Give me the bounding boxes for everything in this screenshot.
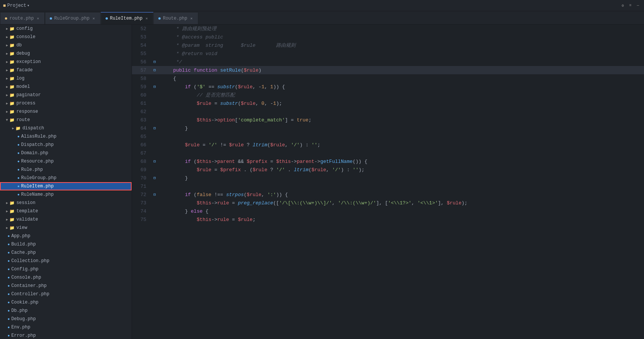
code-content[interactable]: * @param string $rule 路由规则 xyxy=(158,41,644,49)
code-content[interactable]: public function setRule($rule) xyxy=(158,66,644,74)
code-content[interactable]: * @access public xyxy=(158,33,644,41)
sidebar-item-view[interactable]: ▶ 📁 view xyxy=(0,224,132,232)
sidebar-item-db2[interactable]: ● Db.php xyxy=(0,307,132,315)
sidebar-item-rulegroup-file[interactable]: ● RuleGroup.php xyxy=(0,174,132,182)
sidebar-item-db[interactable]: ▶ 📁 db xyxy=(0,41,132,49)
code-content[interactable]: $this->option['complete_match'] = true; xyxy=(158,116,644,124)
code-content[interactable]: $rule = '/' != $rule ? ltrim($rule, '/')… xyxy=(158,141,644,149)
code-content[interactable]: // 是否完整匹配 xyxy=(158,91,644,99)
sidebar-item-paginator[interactable]: ▶ 📁 paginator xyxy=(0,91,132,99)
code-content[interactable]: $this->rule = $rule; xyxy=(158,215,644,224)
code-content[interactable]: if (false !== strpos($rule, ':')) { xyxy=(158,190,644,199)
code-content[interactable]: } else { xyxy=(158,207,644,215)
sidebar-item-dispatch2[interactable]: ● Dispatch.php xyxy=(0,141,132,149)
code-content[interactable]: } xyxy=(158,124,644,132)
sidebar-item-controller[interactable]: ● Controller.php xyxy=(0,290,132,298)
gutter[interactable]: ⊟ xyxy=(151,124,158,132)
gutter[interactable]: ⊟ xyxy=(151,66,158,74)
code-content[interactable]: { xyxy=(158,74,644,83)
code-content[interactable]: $this->rule = preg_replace(['/\[\\:(\\w+… xyxy=(158,199,644,207)
fold-icon[interactable]: ⊟ xyxy=(153,160,156,164)
code-content[interactable]: $rule = $prefix . ($rule ? '/' . ltrim($… xyxy=(158,166,644,174)
minimize-btn[interactable]: — xyxy=(635,3,641,9)
sidebar-item-session[interactable]: ▶ 📁 session xyxy=(0,199,132,207)
gutter[interactable]: ⊟ xyxy=(151,58,158,66)
tab-rulegroup[interactable]: RuleGroup.php ✕ xyxy=(45,12,101,24)
code-content[interactable] xyxy=(158,107,644,116)
gutter[interactable] xyxy=(151,132,158,141)
sidebar-item-dispatch[interactable]: ▶ 📁 dispatch xyxy=(0,124,132,132)
gutter[interactable] xyxy=(151,33,158,41)
gutter[interactable] xyxy=(151,74,158,83)
gutter[interactable] xyxy=(151,166,158,174)
sidebar-item-rule[interactable]: ● Rule.php xyxy=(0,166,132,174)
sidebar-item-error[interactable]: ● Error.php xyxy=(0,331,132,339)
gutter[interactable] xyxy=(151,141,158,149)
sidebar-item-console[interactable]: ▶ 📁 console xyxy=(0,33,132,41)
sidebar-item-container[interactable]: ● Container.php xyxy=(0,282,132,290)
sidebar-item-console2[interactable]: ● Console.php xyxy=(0,273,132,282)
gutter[interactable] xyxy=(151,41,158,49)
code-content[interactable]: * 路由规则预处理 xyxy=(158,25,644,33)
sidebar-item-cookie[interactable]: ● Cookie.php xyxy=(0,298,132,307)
code-content[interactable]: if ($this->parent && $prefix = $this->pa… xyxy=(158,157,644,166)
sidebar-item-config[interactable]: ▶ 📁 config xyxy=(0,25,132,33)
sidebar-item-ruleitem-file[interactable]: ● RuleItem.php xyxy=(0,182,132,190)
sidebar-item-cache[interactable]: ● Cache.php xyxy=(0,248,132,257)
code-content[interactable] xyxy=(158,182,644,190)
sidebar-item-response[interactable]: ▶ 📁 response xyxy=(0,107,132,116)
gutter[interactable] xyxy=(151,107,158,116)
fold-icon[interactable]: ⊟ xyxy=(153,176,156,180)
gutter[interactable]: ⊟ xyxy=(151,83,158,91)
tab-route[interactable]: route.php ✕ xyxy=(0,12,45,24)
sidebar-item-rulename[interactable]: ● RuleName.php xyxy=(0,190,132,199)
gutter[interactable]: ⊟ xyxy=(151,157,158,166)
gutter[interactable] xyxy=(151,149,158,157)
gutter[interactable] xyxy=(151,215,158,224)
gutter[interactable] xyxy=(151,116,158,124)
tab-close-ruleitem[interactable]: ✕ xyxy=(145,16,149,21)
sidebar-item-debug2[interactable]: ● Debug.php xyxy=(0,315,132,323)
code-content[interactable] xyxy=(158,132,644,141)
fold-icon[interactable]: ⊟ xyxy=(153,126,156,130)
gutter[interactable] xyxy=(151,25,158,33)
sidebar-item-env[interactable]: ● Env.php xyxy=(0,323,132,331)
tab-route2[interactable]: Route.php ✕ xyxy=(153,12,198,24)
sidebar-item-app[interactable]: ● App.php xyxy=(0,232,132,240)
code-editor[interactable]: 52 * 路由规则预处理 53 * @access public 54 * @p… xyxy=(132,25,644,339)
fold-icon[interactable]: ⊟ xyxy=(153,68,156,72)
code-content[interactable]: * @return void xyxy=(158,49,644,58)
sidebar-item-model[interactable]: ▶ 📁 model xyxy=(0,83,132,91)
gutter[interactable] xyxy=(151,91,158,99)
sidebar-item-debug[interactable]: ▶ 📁 debug xyxy=(0,49,132,58)
sidebar-item-aliasrule[interactable]: ● AliasRule.php xyxy=(0,132,132,141)
menu-btn[interactable]: ≡ xyxy=(627,3,633,9)
gutter[interactable] xyxy=(151,99,158,107)
sidebar-item-config2[interactable]: ● Config.php xyxy=(0,265,132,273)
title-dropdown-icon[interactable]: ▾ xyxy=(27,3,30,8)
tab-close-rulegroup[interactable]: ✕ xyxy=(92,16,95,21)
code-content[interactable]: if ('$' == substr($rule, -1, 1)) { xyxy=(158,83,644,91)
gutter[interactable] xyxy=(151,49,158,58)
sidebar-item-process[interactable]: ▶ 📁 process xyxy=(0,99,132,107)
sidebar-item-collection[interactable]: ● Collection.php xyxy=(0,257,132,265)
sidebar-item-template[interactable]: ▶ 📁 template xyxy=(0,207,132,215)
fold-icon[interactable]: ⊟ xyxy=(153,85,156,89)
settings-btn[interactable]: ⚙ xyxy=(620,3,626,9)
gutter[interactable]: ⊟ xyxy=(151,174,158,182)
gutter[interactable] xyxy=(151,182,158,190)
gutter[interactable] xyxy=(151,199,158,207)
code-content[interactable] xyxy=(158,149,644,157)
code-content[interactable]: $rule = substr($rule, 0, -1); xyxy=(158,99,644,107)
tab-ruleitem[interactable]: RuleItem.php ✕ xyxy=(101,12,153,24)
sidebar-item-domain[interactable]: ● Domain.php xyxy=(0,149,132,157)
tab-close-route[interactable]: ✕ xyxy=(36,16,40,21)
fold-icon[interactable]: ⊟ xyxy=(153,60,156,64)
fold-icon[interactable]: ⊟ xyxy=(153,193,156,197)
sidebar-item-validate[interactable]: ▶ 📁 validate xyxy=(0,215,132,224)
gutter[interactable]: ⊟ xyxy=(151,190,158,199)
tab-close-route2[interactable]: ✕ xyxy=(190,16,193,21)
sidebar-item-route[interactable]: ▶ 📁 route xyxy=(0,116,132,124)
sidebar-item-facade[interactable]: ▶ 📁 facade xyxy=(0,66,132,74)
gutter[interactable] xyxy=(151,207,158,215)
